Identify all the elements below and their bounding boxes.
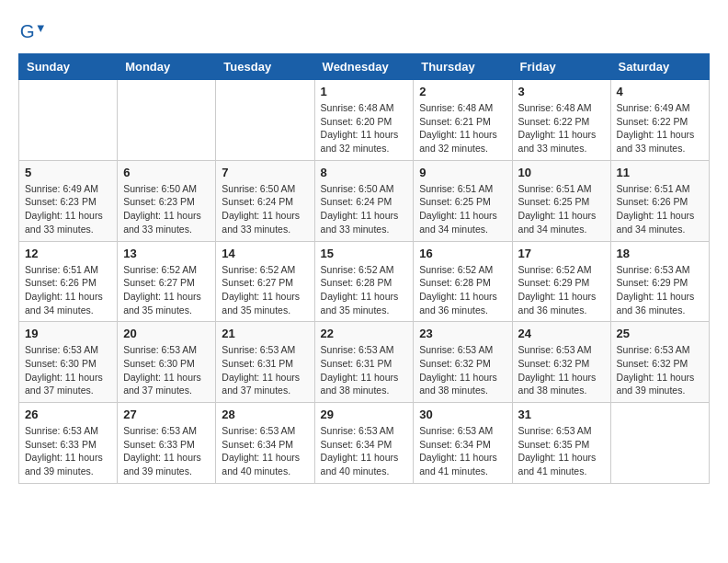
day-cell-12: 12Sunrise: 6:51 AM Sunset: 6:26 PM Dayli… bbox=[19, 241, 118, 322]
day-cell-26: 26Sunrise: 6:53 AM Sunset: 6:33 PM Dayli… bbox=[19, 403, 118, 484]
col-header-friday: Friday bbox=[512, 54, 610, 80]
svg-marker-1 bbox=[38, 25, 44, 31]
day-info: Sunrise: 6:53 AM Sunset: 6:31 PM Dayligh… bbox=[222, 343, 308, 397]
week-row-4: 19Sunrise: 6:53 AM Sunset: 6:30 PM Dayli… bbox=[19, 322, 710, 403]
day-cell-14: 14Sunrise: 6:52 AM Sunset: 6:27 PM Dayli… bbox=[216, 241, 314, 322]
day-info: Sunrise: 6:48 AM Sunset: 6:21 PM Dayligh… bbox=[419, 101, 506, 155]
day-cell-29: 29Sunrise: 6:53 AM Sunset: 6:34 PM Dayli… bbox=[314, 403, 414, 484]
col-header-saturday: Saturday bbox=[610, 54, 709, 80]
day-cell-25: 25Sunrise: 6:53 AM Sunset: 6:32 PM Dayli… bbox=[610, 322, 709, 403]
day-info: Sunrise: 6:53 AM Sunset: 6:33 PM Dayligh… bbox=[25, 424, 111, 478]
day-number: 7 bbox=[222, 166, 308, 179]
day-cell-15: 15Sunrise: 6:52 AM Sunset: 6:28 PM Dayli… bbox=[314, 241, 414, 322]
day-info: Sunrise: 6:51 AM Sunset: 6:25 PM Dayligh… bbox=[518, 182, 605, 236]
day-cell-17: 17Sunrise: 6:52 AM Sunset: 6:29 PM Dayli… bbox=[512, 241, 610, 322]
day-info: Sunrise: 6:53 AM Sunset: 6:32 PM Dayligh… bbox=[419, 343, 506, 397]
day-cell-22: 22Sunrise: 6:53 AM Sunset: 6:31 PM Dayli… bbox=[314, 322, 414, 403]
empty-cell bbox=[118, 80, 216, 161]
day-cell-4: 4Sunrise: 6:49 AM Sunset: 6:22 PM Daylig… bbox=[610, 80, 709, 161]
day-number: 30 bbox=[419, 408, 506, 421]
day-info: Sunrise: 6:51 AM Sunset: 6:25 PM Dayligh… bbox=[419, 182, 506, 236]
day-cell-21: 21Sunrise: 6:53 AM Sunset: 6:31 PM Dayli… bbox=[216, 322, 314, 403]
day-info: Sunrise: 6:52 AM Sunset: 6:27 PM Dayligh… bbox=[222, 263, 308, 317]
day-number: 19 bbox=[25, 327, 111, 340]
empty-cell bbox=[19, 80, 118, 161]
day-cell-6: 6Sunrise: 6:50 AM Sunset: 6:23 PM Daylig… bbox=[118, 160, 216, 241]
day-number: 22 bbox=[321, 327, 408, 340]
day-cell-27: 27Sunrise: 6:53 AM Sunset: 6:33 PM Dayli… bbox=[118, 403, 216, 484]
day-number: 23 bbox=[419, 327, 506, 340]
empty-cell bbox=[610, 403, 709, 484]
day-info: Sunrise: 6:53 AM Sunset: 6:30 PM Dayligh… bbox=[123, 343, 210, 397]
day-cell-23: 23Sunrise: 6:53 AM Sunset: 6:32 PM Dayli… bbox=[414, 322, 512, 403]
day-cell-8: 8Sunrise: 6:50 AM Sunset: 6:24 PM Daylig… bbox=[314, 160, 414, 241]
day-number: 1 bbox=[321, 85, 408, 98]
day-number: 4 bbox=[617, 85, 703, 98]
day-number: 11 bbox=[617, 166, 703, 179]
day-cell-11: 11Sunrise: 6:51 AM Sunset: 6:26 PM Dayli… bbox=[610, 160, 709, 241]
day-info: Sunrise: 6:49 AM Sunset: 6:22 PM Dayligh… bbox=[617, 101, 703, 155]
day-info: Sunrise: 6:53 AM Sunset: 6:35 PM Dayligh… bbox=[518, 424, 605, 478]
day-info: Sunrise: 6:50 AM Sunset: 6:24 PM Dayligh… bbox=[222, 182, 308, 236]
day-number: 6 bbox=[123, 166, 210, 179]
day-number: 25 bbox=[617, 327, 703, 340]
week-row-3: 12Sunrise: 6:51 AM Sunset: 6:26 PM Dayli… bbox=[19, 241, 710, 322]
day-number: 17 bbox=[518, 247, 605, 260]
week-row-5: 26Sunrise: 6:53 AM Sunset: 6:33 PM Dayli… bbox=[19, 403, 710, 484]
day-number: 18 bbox=[617, 247, 703, 260]
day-number: 14 bbox=[222, 247, 308, 260]
week-row-2: 5Sunrise: 6:49 AM Sunset: 6:23 PM Daylig… bbox=[19, 160, 710, 241]
day-info: Sunrise: 6:53 AM Sunset: 6:29 PM Dayligh… bbox=[617, 263, 703, 317]
day-number: 12 bbox=[25, 247, 111, 260]
day-info: Sunrise: 6:52 AM Sunset: 6:28 PM Dayligh… bbox=[321, 263, 408, 317]
day-info: Sunrise: 6:53 AM Sunset: 6:31 PM Dayligh… bbox=[321, 343, 408, 397]
day-number: 28 bbox=[222, 408, 308, 421]
day-cell-1: 1Sunrise: 6:48 AM Sunset: 6:20 PM Daylig… bbox=[314, 80, 414, 161]
day-cell-28: 28Sunrise: 6:53 AM Sunset: 6:34 PM Dayli… bbox=[216, 403, 314, 484]
col-header-sunday: Sunday bbox=[19, 54, 118, 80]
day-number: 5 bbox=[25, 166, 111, 179]
day-cell-5: 5Sunrise: 6:49 AM Sunset: 6:23 PM Daylig… bbox=[19, 160, 118, 241]
day-cell-2: 2Sunrise: 6:48 AM Sunset: 6:21 PM Daylig… bbox=[414, 80, 512, 161]
day-info: Sunrise: 6:53 AM Sunset: 6:32 PM Dayligh… bbox=[617, 343, 703, 397]
day-cell-20: 20Sunrise: 6:53 AM Sunset: 6:30 PM Dayli… bbox=[118, 322, 216, 403]
day-info: Sunrise: 6:50 AM Sunset: 6:23 PM Dayligh… bbox=[123, 182, 210, 236]
day-cell-19: 19Sunrise: 6:53 AM Sunset: 6:30 PM Dayli… bbox=[19, 322, 118, 403]
day-info: Sunrise: 6:52 AM Sunset: 6:29 PM Dayligh… bbox=[518, 263, 605, 317]
week-row-1: 1Sunrise: 6:48 AM Sunset: 6:20 PM Daylig… bbox=[19, 80, 710, 161]
day-info: Sunrise: 6:53 AM Sunset: 6:34 PM Dayligh… bbox=[222, 424, 308, 478]
day-info: Sunrise: 6:48 AM Sunset: 6:20 PM Dayligh… bbox=[321, 101, 408, 155]
day-number: 29 bbox=[321, 408, 408, 421]
day-info: Sunrise: 6:49 AM Sunset: 6:23 PM Dayligh… bbox=[25, 182, 111, 236]
day-number: 26 bbox=[25, 408, 111, 421]
day-info: Sunrise: 6:51 AM Sunset: 6:26 PM Dayligh… bbox=[25, 263, 111, 317]
day-cell-30: 30Sunrise: 6:53 AM Sunset: 6:34 PM Dayli… bbox=[414, 403, 512, 484]
header-row: SundayMondayTuesdayWednesdayThursdayFrid… bbox=[19, 54, 710, 80]
day-info: Sunrise: 6:53 AM Sunset: 6:32 PM Dayligh… bbox=[518, 343, 605, 397]
col-header-wednesday: Wednesday bbox=[314, 54, 414, 80]
day-number: 15 bbox=[321, 247, 408, 260]
day-cell-24: 24Sunrise: 6:53 AM Sunset: 6:32 PM Dayli… bbox=[512, 322, 610, 403]
day-number: 9 bbox=[419, 166, 506, 179]
day-cell-13: 13Sunrise: 6:52 AM Sunset: 6:27 PM Dayli… bbox=[118, 241, 216, 322]
logo: G bbox=[18, 18, 48, 44]
day-number: 31 bbox=[518, 408, 605, 421]
day-number: 16 bbox=[419, 247, 506, 260]
day-number: 10 bbox=[518, 166, 605, 179]
day-number: 3 bbox=[518, 85, 605, 98]
day-number: 21 bbox=[222, 327, 308, 340]
day-cell-9: 9Sunrise: 6:51 AM Sunset: 6:25 PM Daylig… bbox=[414, 160, 512, 241]
day-number: 27 bbox=[123, 408, 210, 421]
day-info: Sunrise: 6:52 AM Sunset: 6:27 PM Dayligh… bbox=[123, 263, 210, 317]
day-info: Sunrise: 6:48 AM Sunset: 6:22 PM Dayligh… bbox=[518, 101, 605, 155]
day-number: 8 bbox=[321, 166, 408, 179]
day-info: Sunrise: 6:50 AM Sunset: 6:24 PM Dayligh… bbox=[321, 182, 408, 236]
day-number: 13 bbox=[123, 247, 210, 260]
col-header-monday: Monday bbox=[118, 54, 216, 80]
day-cell-31: 31Sunrise: 6:53 AM Sunset: 6:35 PM Dayli… bbox=[512, 403, 610, 484]
svg-text:G: G bbox=[20, 20, 35, 41]
page-header: G bbox=[18, 18, 710, 44]
empty-cell bbox=[216, 80, 314, 161]
day-info: Sunrise: 6:51 AM Sunset: 6:26 PM Dayligh… bbox=[617, 182, 703, 236]
day-info: Sunrise: 6:53 AM Sunset: 6:30 PM Dayligh… bbox=[25, 343, 111, 397]
